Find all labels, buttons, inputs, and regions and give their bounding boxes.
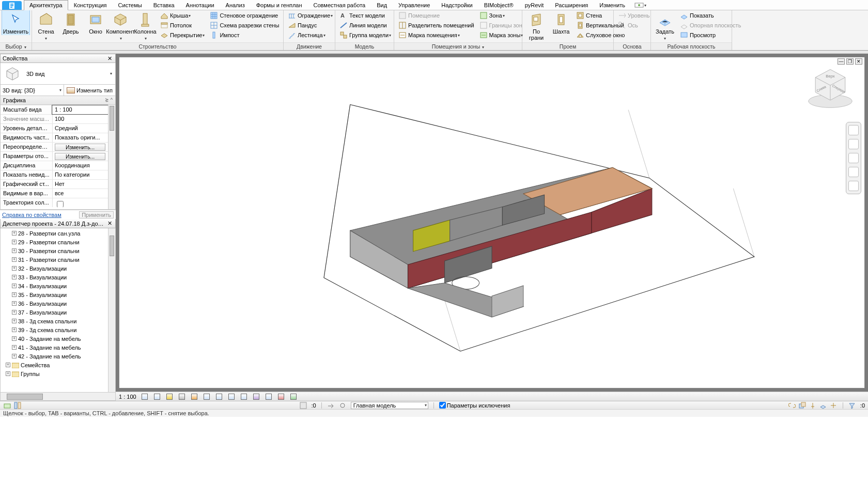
crop-show[interactable] (203, 393, 211, 400)
property-value[interactable]: Изменить... (52, 143, 115, 151)
expand-icon[interactable]: + (12, 345, 17, 350)
stair-button[interactable]: Лестница ▾ (286, 30, 334, 40)
property-checkbox[interactable] (57, 201, 64, 207)
tab-massing[interactable]: Формы и генплан (251, 0, 308, 10)
setwp-button[interactable]: Задать▾ (653, 10, 677, 42)
wall-button[interactable]: Стена▾ (34, 10, 58, 42)
filter-icon[interactable] (848, 402, 856, 409)
property-row[interactable]: Видимые в вар...все (1, 189, 115, 198)
door-button[interactable]: Дверь (58, 10, 83, 35)
tab-addins[interactable]: Надстройки (436, 0, 478, 10)
property-value[interactable] (52, 198, 115, 207)
tree-item[interactable]: +35 - Визуализации (1, 290, 115, 299)
tab-collaborate[interactable]: Совместная работа (308, 0, 371, 10)
tab-structure[interactable]: Конструкция (68, 0, 113, 10)
property-value[interactable]: Координация (52, 161, 115, 170)
tree-item[interactable]: +29 - Развертки спальни (1, 238, 115, 246)
column-button[interactable]: Колонна▾ (133, 10, 158, 42)
workset-icon[interactable] (3, 402, 11, 409)
shadows[interactable] (178, 393, 186, 400)
tree-top-item[interactable]: +Семейства (1, 361, 115, 369)
expand-icon[interactable]: + (6, 371, 10, 376)
app-icon[interactable] (2, 1, 22, 10)
tab-insert[interactable]: Вставка (148, 0, 180, 10)
ramp-button[interactable]: Пандус (286, 21, 334, 30)
project-browser-close[interactable]: ✕ (106, 220, 113, 227)
expand-icon[interactable]: + (12, 275, 17, 279)
exclusion-options[interactable]: Параметры исключения (439, 402, 510, 409)
tab-context[interactable]: ▾ (631, 0, 650, 10)
tree-item[interactable]: +42 - Задание на мебель (1, 352, 115, 361)
floor-button[interactable]: Перекрытие ▾ (159, 30, 206, 40)
property-row[interactable]: Траектория сол... (1, 198, 115, 207)
tree-item[interactable]: +37 - Визуализации (1, 308, 115, 317)
property-value[interactable]: 100 (52, 115, 115, 123)
property-value[interactable]: Показать ориги... (52, 133, 115, 142)
edit-type-button[interactable]: Изменить тип (64, 85, 115, 96)
tree-item[interactable]: +30 - Развертки спальни (1, 246, 115, 255)
press-drag-icon[interactable] (327, 402, 335, 409)
reveal-hidden[interactable] (252, 393, 260, 400)
property-row[interactable]: Переопределен...Изменить... (1, 142, 115, 151)
modelline-button[interactable]: Линия модели (338, 21, 393, 30)
project-browser-header[interactable]: Диспетчер проекта - 24.07.18 Д.з-допол..… (0, 219, 116, 228)
lock3d[interactable] (227, 393, 236, 400)
design-options-icon[interactable] (13, 402, 21, 409)
nav-zoom[interactable] (848, 153, 859, 163)
tree-item[interactable]: +34 - Визуализации (1, 281, 115, 290)
expand-icon[interactable]: + (12, 336, 17, 341)
tree-item[interactable]: +40 - Задание на мебель (1, 334, 115, 343)
expand-icon[interactable]: + (12, 266, 17, 271)
component-button[interactable]: Компонент▾ (108, 10, 133, 42)
roomsep-button[interactable]: Разделитель помещений (397, 21, 476, 30)
highlight-disp[interactable] (289, 393, 298, 400)
expand-icon[interactable]: + (12, 301, 17, 306)
property-group-header[interactable]: Графика⋩ ^ (1, 96, 115, 105)
modelgroup-button[interactable]: Группа модели ▾ (338, 30, 393, 40)
tab-pyrevit[interactable]: pyRevit (519, 0, 550, 10)
showwp-button[interactable]: Показать (678, 11, 742, 20)
expand-icon[interactable]: + (12, 240, 17, 244)
tab-systems[interactable]: Системы (113, 0, 148, 10)
expand-icon[interactable]: + (12, 327, 17, 332)
worksets-vis[interactable] (265, 393, 273, 400)
crop-region[interactable] (215, 393, 223, 400)
visual-style[interactable] (153, 393, 161, 400)
shaft-button[interactable]: Шахта (549, 10, 574, 35)
curtainwall-button[interactable]: Стеновое ограждение (208, 11, 281, 20)
select-underlay[interactable] (799, 402, 807, 409)
select-links[interactable] (788, 402, 796, 409)
editable-only-icon[interactable] (299, 402, 307, 409)
byface-button[interactable]: По грани (524, 10, 549, 41)
expand-icon[interactable]: + (12, 257, 17, 262)
mullion-button[interactable]: Импост (208, 30, 281, 40)
select-face[interactable] (819, 402, 827, 409)
tree-item[interactable]: +33 - Визуализации (1, 273, 115, 281)
viewcube[interactable]: Верх Спереди Слева (805, 62, 855, 112)
railing-button[interactable]: Ограждение ▾ (286, 11, 334, 20)
nav-orbit[interactable] (848, 167, 859, 177)
expand-icon[interactable]: + (12, 292, 17, 297)
analytical[interactable] (277, 393, 285, 400)
properties-scrollbar[interactable] (108, 105, 115, 209)
tree-item[interactable]: +39 - 3д схема спальни (1, 325, 115, 334)
ceiling-button[interactable]: Потолок (159, 21, 206, 30)
drag-elements[interactable] (830, 402, 838, 409)
panel-title-select[interactable]: Выбор ▾ (0, 42, 32, 50)
property-row[interactable]: Графический ст...Нет (1, 179, 115, 189)
edit-button[interactable]: Изменить... (55, 153, 105, 160)
property-row[interactable]: Уровень детали...Средний (1, 123, 115, 133)
tree-item[interactable]: +32 - Визуализации (1, 264, 115, 273)
modeltext-button[interactable]: AТекст модели (338, 11, 393, 20)
area-button[interactable]: Зона ▾ (478, 11, 525, 20)
tab-view[interactable]: Вид (371, 0, 393, 10)
tab-bimobject[interactable]: BIMobject® (478, 0, 519, 10)
type-selector[interactable]: 3D вид: {3D}▾ (1, 85, 64, 96)
window-button[interactable]: Окно (83, 10, 108, 35)
tree-item[interactable]: +28 - Развертки сан.узла (1, 229, 115, 238)
edit-button[interactable]: Изменить... (55, 144, 105, 151)
tree-h-scrollbar[interactable] (1, 392, 115, 400)
properties-header[interactable]: Свойства ✕ (0, 54, 116, 63)
panel-title-rooms[interactable]: Помещения и зоны ▾ (394, 42, 522, 50)
property-row[interactable]: Видимость част...Показать ориги... (1, 133, 115, 142)
